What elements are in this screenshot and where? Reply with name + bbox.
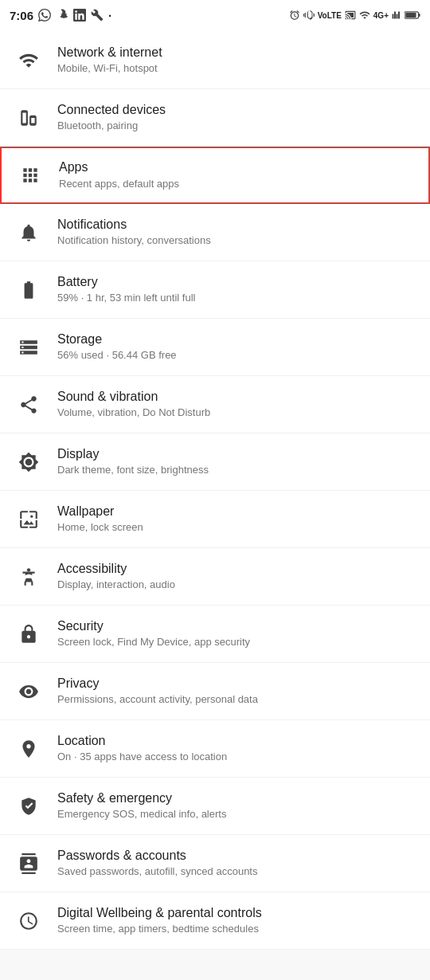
settings-item-subtitle: Bluetooth, pairing xyxy=(57,120,166,133)
settings-item-text: Connected devicesBluetooth, pairing xyxy=(57,102,166,134)
settings-item-text: Digital Wellbeing & parental controlsScr… xyxy=(57,905,262,937)
settings-item-subtitle: Emergency SOS, medical info, alerts xyxy=(57,808,226,821)
settings-item-text: Safety & emergencyEmergency SOS, medical… xyxy=(57,790,226,822)
vibrate-icon xyxy=(303,10,315,21)
location-icon xyxy=(13,733,45,765)
settings-item-location[interactable]: LocationOn · 35 apps have access to loca… xyxy=(0,720,430,778)
wallpaper-icon xyxy=(13,504,45,535)
settings-item-text: Storage56% used · 56.44 GB free xyxy=(57,331,177,363)
settings-item-subtitle: Volume, vibration, Do Not Disturb xyxy=(57,406,210,420)
settings-item-storage[interactable]: Storage56% used · 56.44 GB free xyxy=(0,319,430,376)
settings-item-subtitle: Saved passwords, autofill, synced accoun… xyxy=(57,865,257,879)
settings-item-title: Digital Wellbeing & parental controls xyxy=(57,905,262,922)
network-type: 4G+ xyxy=(373,11,389,20)
battery-status-icon xyxy=(405,10,420,21)
settings-item-text: Sound & vibrationVolume, vibration, Do N… xyxy=(57,389,210,421)
settings-item-subtitle: On · 35 apps have access to location xyxy=(57,751,227,764)
settings-item-title: Location xyxy=(57,733,227,750)
settings-item-title: Apps xyxy=(59,159,179,176)
settings-item-passwords[interactable]: Passwords & accountsSaved passwords, aut… xyxy=(0,835,430,892)
volte-label: VoLTE xyxy=(318,11,342,20)
settings-item-sound[interactable]: Sound & vibrationVolume, vibration, Do N… xyxy=(0,376,430,433)
settings-item-safety[interactable]: Safety & emergencyEmergency SOS, medical… xyxy=(0,778,430,835)
settings-item-subtitle: 59% · 1 hr, 53 min left until full xyxy=(57,292,195,305)
apps-icon xyxy=(14,159,46,191)
settings-item-text: Passwords & accountsSaved passwords, aut… xyxy=(57,848,257,880)
settings-item-subtitle: Home, lock screen xyxy=(57,521,143,535)
settings-item-subtitle: Mobile, Wi-Fi, hotspot xyxy=(57,62,162,76)
settings-item-text: NotificationsNotification history, conve… xyxy=(57,217,211,249)
status-right: VoLTE 4G+ xyxy=(289,10,420,21)
settings-item-wallpaper[interactable]: WallpaperHome, lock screen xyxy=(0,491,430,548)
settings-item-title: Network & internet xyxy=(57,45,162,61)
settings-item-text: AccessibilityDisplay, interaction, audio xyxy=(57,561,175,593)
accessibility-icon xyxy=(13,561,45,593)
settings-item-title: Passwords & accounts xyxy=(57,848,257,864)
svg-point-3 xyxy=(27,568,30,571)
settings-item-text: Network & internetMobile, Wi-Fi, hotspot xyxy=(57,45,162,76)
status-bar: 7:06 · VoLTE 4G+ xyxy=(0,0,430,29)
settings-item-text: PrivacyPermissions, account activity, pe… xyxy=(57,676,258,708)
settings-item-text: LocationOn · 35 apps have access to loca… xyxy=(57,733,227,765)
settings-item-title: Connected devices xyxy=(57,102,166,119)
notifications-icon xyxy=(13,217,45,249)
settings-item-display[interactable]: DisplayDark theme, font size, brightness xyxy=(0,433,430,491)
settings-list: Network & internetMobile, Wi-Fi, hotspot… xyxy=(0,29,430,950)
settings-item-text: DisplayDark theme, font size, brightness xyxy=(57,446,209,478)
svg-rect-1 xyxy=(419,14,420,17)
alarm-icon xyxy=(289,10,300,21)
settings-item-text: Battery59% · 1 hr, 53 min left until ful… xyxy=(57,274,195,306)
status-left: 7:06 · xyxy=(10,9,111,22)
linkedin-icon xyxy=(73,9,86,22)
settings-item-network[interactable]: Network & internetMobile, Wi-Fi, hotspot xyxy=(0,32,430,89)
settings-item-connected-devices[interactable]: Connected devicesBluetooth, pairing xyxy=(0,89,430,147)
settings-item-subtitle: Screen lock, Find My Device, app securit… xyxy=(57,636,250,649)
storage-icon xyxy=(13,331,45,363)
privacy-icon xyxy=(13,676,45,708)
display-icon xyxy=(13,446,45,478)
svg-rect-2 xyxy=(405,13,416,18)
cast-icon xyxy=(345,10,356,21)
settings-item-title: Sound & vibration xyxy=(57,389,210,406)
settings-item-text: AppsRecent apps, default apps xyxy=(59,159,179,191)
settings-item-title: Notifications xyxy=(57,217,211,233)
settings-item-privacy[interactable]: PrivacyPermissions, account activity, pe… xyxy=(0,663,430,720)
network-icon xyxy=(13,45,45,76)
devices-icon xyxy=(13,102,45,134)
signal-icon xyxy=(359,10,370,21)
settings-item-title: Safety & emergency xyxy=(57,790,226,807)
safety-icon xyxy=(13,790,45,822)
snapchat-icon xyxy=(56,9,68,22)
settings-item-subtitle: Display, interaction, audio xyxy=(57,578,175,592)
settings-item-subtitle: Screen time, app timers, bedtime schedul… xyxy=(57,923,262,936)
wellbeing-icon xyxy=(13,905,45,937)
settings-item-security[interactable]: SecurityScreen lock, Find My Device, app… xyxy=(0,606,430,663)
battery-icon xyxy=(13,274,45,306)
settings-item-title: Accessibility xyxy=(57,561,175,578)
settings-item-text: SecurityScreen lock, Find My Device, app… xyxy=(57,618,250,650)
passwords-icon xyxy=(13,848,45,880)
settings-item-subtitle: Recent apps, default apps xyxy=(59,178,179,191)
settings-item-accessibility[interactable]: AccessibilityDisplay, interaction, audio xyxy=(0,548,430,606)
settings-item-title: Wallpaper xyxy=(57,504,143,520)
settings-item-title: Privacy xyxy=(57,676,258,692)
settings-item-subtitle: Notification history, conversations xyxy=(57,234,211,248)
tools-icon xyxy=(91,9,104,22)
security-icon xyxy=(13,618,45,650)
whatsapp-icon xyxy=(38,9,51,22)
settings-item-subtitle: Dark theme, font size, brightness xyxy=(57,464,209,477)
signal-strength-icon xyxy=(392,10,401,21)
settings-item-subtitle: Permissions, account activity, personal … xyxy=(57,693,258,707)
sound-icon xyxy=(13,389,45,421)
settings-item-notifications[interactable]: NotificationsNotification history, conve… xyxy=(0,204,430,261)
settings-item-apps[interactable]: AppsRecent apps, default apps xyxy=(0,147,430,204)
settings-item-text: WallpaperHome, lock screen xyxy=(57,504,143,535)
settings-item-subtitle: 56% used · 56.44 GB free xyxy=(57,349,177,363)
settings-item-battery[interactable]: Battery59% · 1 hr, 53 min left until ful… xyxy=(0,261,430,319)
time: 7:06 xyxy=(10,9,33,22)
settings-item-title: Battery xyxy=(57,274,195,291)
dot-indicator: · xyxy=(108,9,111,22)
settings-item-title: Security xyxy=(57,618,250,635)
settings-item-digital-wellbeing[interactable]: Digital Wellbeing & parental controlsScr… xyxy=(0,892,430,950)
settings-item-title: Display xyxy=(57,446,209,463)
